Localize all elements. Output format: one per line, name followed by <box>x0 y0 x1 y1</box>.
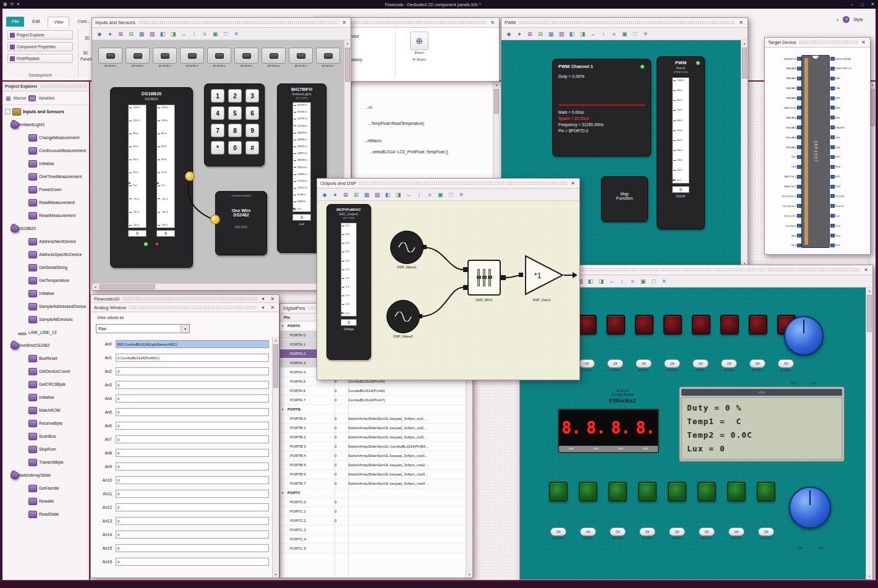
chip-pin[interactable]: RC3/SCK <box>766 223 801 228</box>
close-icon[interactable]: ✕ <box>569 181 576 186</box>
toolbar-icon[interactable]: ≡ <box>425 190 434 199</box>
off-toggle[interactable]: Off <box>639 527 655 536</box>
pin-connector[interactable] <box>830 165 835 169</box>
channel-value-field[interactable]: 0 <box>116 435 269 443</box>
chip-pin[interactable]: RD1 <box>766 243 801 248</box>
ribbon-button[interactable]: Find/Replace <box>7 54 73 63</box>
chip-pin[interactable]: RA5/AN4 <box>766 115 801 120</box>
toolbar-icon[interactable]: ◨ <box>597 277 605 286</box>
pin-connector[interactable] <box>830 96 835 100</box>
chip-pin[interactable]: RB4 <box>830 86 867 91</box>
pin-row[interactable]: PORTB.4 0 SwitchArraySliderSpin3L keypad… <box>280 451 465 461</box>
chip-pin[interactable]: RA6/OSC2 <box>766 184 801 189</box>
toolbar-icon[interactable]: ▣ <box>620 30 629 38</box>
toolbar-icon[interactable]: ⊞ <box>341 190 350 199</box>
pin-connector[interactable] <box>797 87 801 90</box>
tree-item[interactable]: TransmitByte <box>2 456 89 469</box>
tree-item[interactable]: BusReset <box>2 352 89 365</box>
tree-item[interactable]: LINK_LINE_13 <box>2 326 89 339</box>
pin-row[interactable]: PORTC.5 <box>280 544 465 553</box>
toolbar-icon[interactable]: ▦ <box>137 30 146 38</box>
close-icon[interactable]: ✕ <box>489 20 496 25</box>
tree-item[interactable]: ChangeMeasurement <box>2 131 89 144</box>
toolbar-icon[interactable]: ≡ <box>200 30 209 38</box>
pin-row[interactable]: PORTA.7 0 ComboBL0114(PinA7) <box>280 396 465 405</box>
tree-item[interactable]: SampleAllDevices <box>2 313 89 326</box>
minimize-button[interactable]: − <box>846 2 857 7</box>
toolbar-icon[interactable]: ◧ <box>158 30 167 38</box>
chip-pin[interactable]: RB5 <box>830 76 867 81</box>
pin-connector[interactable] <box>830 67 835 70</box>
pwm-slider-component[interactable]: PWM Pwm2 (PWM CH3) ► 100.090.080.070.060… <box>657 56 705 229</box>
toolbar-icon[interactable]: ⊟ <box>536 30 545 38</box>
panel-titlebar[interactable]: Outputs and DSP ✕ <box>317 179 579 189</box>
pin-connector[interactable] <box>797 234 801 237</box>
style-menu[interactable]: Style <box>853 17 863 22</box>
channel-value-field[interactable]: 0 <box>116 367 269 375</box>
toolbar-icon[interactable]: ≡ <box>628 277 637 286</box>
green-button[interactable] <box>579 482 597 501</box>
red-led[interactable] <box>578 315 597 334</box>
close-icon[interactable]: ✕ <box>269 305 276 310</box>
green-button[interactable] <box>697 482 716 501</box>
close-icon[interactable]: ✕ <box>860 40 867 45</box>
pin-row[interactable]: PORTC.4 <box>280 535 465 544</box>
tree-item[interactable]: ScanBus <box>2 430 89 443</box>
tree-item[interactable]: GetSerialString <box>2 261 89 274</box>
pin-connector[interactable] <box>797 194 801 198</box>
channel-value-field[interactable]: 0 <box>116 394 269 403</box>
chip-pin[interactable]: RC4 <box>830 223 867 228</box>
toolbar-icon[interactable]: ▣ <box>436 190 445 199</box>
pin-row[interactable]: PORTB.6 0 SwitchArraySliderSpin3L keypad… <box>280 470 465 479</box>
group-arrow-icon[interactable] <box>282 324 287 328</box>
tree-item[interactable]: AddressSpecificDevice <box>2 248 89 261</box>
window-titlebar[interactable]: Flowcodev10 ▾ ✕ <box>91 295 279 303</box>
panel-titlebar[interactable]: Inputs and Sensors ✕ <box>92 18 351 28</box>
ldr-knob[interactable] <box>789 487 831 529</box>
chip-pin[interactable]: RB3 <box>830 96 867 101</box>
toolbar-icon[interactable]: ▦ <box>362 190 371 199</box>
pin-connector[interactable] <box>830 175 835 179</box>
off-toggle[interactable]: Off <box>664 359 680 368</box>
tree-item[interactable]: Initialise <box>2 157 89 170</box>
off-toggle[interactable]: Off <box>749 359 765 368</box>
help-icon[interactable]: ? <box>843 16 850 23</box>
pwm-scale[interactable]: ► 100.090.080.070.060.050.040.030.020.01… <box>672 77 689 184</box>
chip-pin[interactable]: RB1 <box>830 115 867 120</box>
toolbar-icon[interactable]: ◆ <box>320 190 329 199</box>
chip-pin[interactable]: RC1/SOSCI <box>766 203 801 208</box>
chip-pin[interactable]: RD2 <box>830 243 867 248</box>
chip-pin[interactable]: RA2/AN2 <box>766 86 801 91</box>
dock-titlebar[interactable]: Analog Window ▾ ✕ <box>91 303 279 312</box>
tree-item[interactable]: SampleAddressedDevice <box>2 300 89 313</box>
off-toggle[interactable]: Off <box>721 359 737 368</box>
toolbar-icon[interactable]: ▧ <box>557 30 566 38</box>
off-toggle[interactable]: Off <box>669 527 685 536</box>
pin-row[interactable]: PORTC.1 0 <box>280 507 465 516</box>
pin-connector[interactable] <box>830 135 835 139</box>
maximize-button[interactable]: □ <box>857 2 867 7</box>
tree-item[interactable]: Inputs and Sensors <box>2 105 89 118</box>
toolbar-icon[interactable]: ↕ <box>599 30 608 38</box>
panel-titlebar[interactable]: Target Device ✕ <box>765 38 870 48</box>
pin-connector[interactable] <box>830 214 835 218</box>
close-icon[interactable]: ✕ <box>269 296 276 302</box>
tree-item[interactable]: PowerDown <box>2 183 89 196</box>
chip-pin[interactable]: RD7 <box>830 155 867 160</box>
chip-pin[interactable]: RD0 <box>766 233 801 238</box>
channel-value-field[interactable]: 0 <box>116 381 269 389</box>
toolbar-icon[interactable]: ▣ <box>211 30 219 38</box>
pin-connector[interactable] <box>797 244 801 247</box>
off-toggle[interactable]: Off <box>636 359 652 368</box>
toolbar-icon[interactable]: ⊟ <box>127 30 135 38</box>
off-toggle[interactable]: Off <box>778 359 794 368</box>
tree-item[interactable]: ReadState <box>2 508 89 521</box>
close-button[interactable]: ✕ <box>867 2 878 7</box>
pin-connector[interactable] <box>797 77 801 80</box>
chip-pin[interactable]: RD5 <box>830 174 867 179</box>
ribbon-button[interactable]: Project Explorer <box>7 30 73 40</box>
grid-icon[interactable]: ▦ <box>6 95 11 101</box>
chip-pin[interactable]: VSS <box>830 145 867 150</box>
ribbon-2d-label[interactable]: 2D <box>85 36 90 40</box>
toolbar-icon[interactable]: ◧ <box>383 190 392 199</box>
